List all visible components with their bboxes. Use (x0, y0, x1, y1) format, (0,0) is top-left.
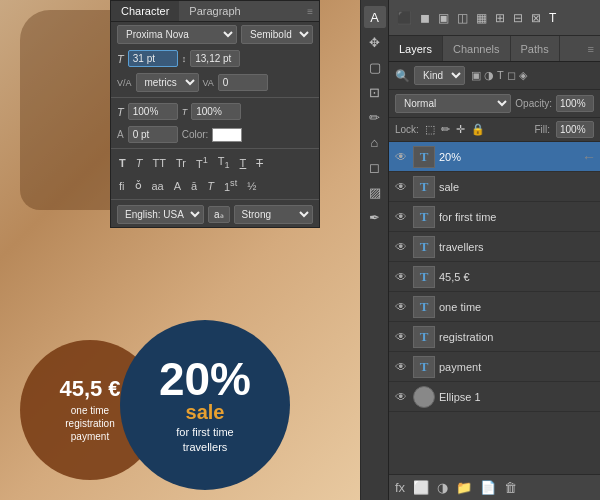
layer-item-ellipse[interactable]: 👁 Ellipse 1 (389, 382, 600, 412)
frac-btn[interactable]: aa (150, 179, 166, 193)
filter-text-icon[interactable]: T (497, 69, 504, 82)
roman-btn[interactable]: T (205, 179, 216, 193)
gradient-tool-btn[interactable]: ▨ (364, 181, 386, 203)
tracking-row: V/A metrics VA (111, 70, 319, 95)
blend-mode-select[interactable]: Normal (395, 94, 511, 113)
layer-item[interactable]: 👁 T for first time (389, 202, 600, 232)
tb-icon-4[interactable]: ◫ (455, 9, 470, 27)
type-tool-btn[interactable]: A (364, 6, 386, 28)
tab-channels[interactable]: Channels (443, 36, 510, 61)
panel-drag-handle: ≡ (307, 6, 319, 17)
lock-image-icon[interactable]: ✏ (441, 123, 450, 136)
filter-smart-icon[interactable]: ◈ (519, 69, 527, 82)
visibility-icon[interactable]: 👁 (393, 359, 409, 375)
tb-icon-3[interactable]: ▣ (436, 9, 451, 27)
visibility-icon[interactable]: 👁 (393, 149, 409, 165)
font-family-select[interactable]: Proxima Nova (117, 25, 237, 44)
fill-input[interactable] (556, 121, 594, 138)
group-layers-btn[interactable]: 📁 (456, 480, 472, 495)
color-swatch[interactable] (212, 128, 242, 142)
tb-icon-5[interactable]: ▦ (474, 9, 489, 27)
font-family-row: Proxima Nova Semibold (111, 22, 319, 47)
layer-thumbnail-ellipse (413, 386, 435, 408)
layer-item[interactable]: 👁 T travellers (389, 232, 600, 262)
move-tool-btn[interactable]: ✥ (364, 31, 386, 53)
leading-input[interactable] (190, 50, 240, 67)
language-select[interactable]: English: USA (117, 205, 204, 224)
layer-mask-btn[interactable]: ⬜ (413, 480, 429, 495)
tb-icon-7[interactable]: ⊟ (511, 9, 525, 27)
font-weight-select[interactable]: Semibold (241, 25, 313, 44)
layer-item[interactable]: 👁 T 20% ← (389, 142, 600, 172)
anti-alias-select[interactable]: Strong (234, 205, 313, 224)
eraser-tool-btn[interactable]: ◻ (364, 156, 386, 178)
layer-item[interactable]: 👁 T payment (389, 352, 600, 382)
visibility-icon[interactable]: 👁 (393, 269, 409, 285)
visibility-icon[interactable]: 👁 (393, 329, 409, 345)
tb-icon-2[interactable]: ◼ (418, 9, 432, 27)
small-caps-btn[interactable]: Tr (174, 156, 188, 170)
vertical-scale-input[interactable] (128, 103, 178, 120)
lock-all-icon[interactable]: 🔒 (471, 123, 485, 136)
frac2-btn[interactable]: ½ (245, 179, 258, 193)
bold-btn[interactable]: T (117, 156, 128, 170)
tab-paragraph[interactable]: Paragraph (179, 1, 250, 21)
tb-icon-9[interactable]: T (547, 9, 558, 27)
lock-transparent-icon[interactable]: ⬚ (425, 123, 435, 136)
selected-arrow-icon: ← (582, 149, 596, 165)
crop-tool-btn[interactable]: ⊡ (364, 81, 386, 103)
visibility-icon[interactable]: 👁 (393, 299, 409, 315)
layers-list: 👁 T 20% ← 👁 T sale 👁 T for first time 👁 … (389, 142, 600, 474)
sale-design: 45,5 € one time registration payment 20%… (0, 280, 360, 500)
underline-btn[interactable]: T (238, 156, 249, 170)
clone-tool-btn[interactable]: ⌂ (364, 131, 386, 153)
select-tool-btn[interactable]: ▢ (364, 56, 386, 78)
pen-tool-btn[interactable]: ✒ (364, 206, 386, 228)
aa-mode-btn[interactable]: aₐ (208, 206, 230, 223)
new-layer-btn[interactable]: 📄 (480, 480, 496, 495)
filter-pixel-icon[interactable]: ▣ (471, 69, 481, 82)
visibility-icon[interactable]: 👁 (393, 239, 409, 255)
visibility-icon[interactable]: 👁 (393, 209, 409, 225)
tab-paths[interactable]: Paths (511, 36, 560, 61)
kind-select[interactable]: Kind (414, 66, 465, 85)
italic-btn[interactable]: T (134, 156, 145, 170)
leading-icon: ↕ (182, 54, 187, 64)
tb-icon-1[interactable]: ⬛ (395, 9, 414, 27)
layer-item[interactable]: 👁 T 45,5 € (389, 262, 600, 292)
baseline-input[interactable] (128, 126, 178, 143)
delete-layer-btn[interactable]: 🗑 (504, 480, 517, 495)
filter-adj-icon[interactable]: ◑ (484, 69, 494, 82)
layer-name: 20% (439, 151, 578, 163)
layer-item[interactable]: 👁 T one time (389, 292, 600, 322)
kerning-input[interactable] (218, 74, 268, 91)
visibility-icon[interactable]: 👁 (393, 389, 409, 405)
ord-btn[interactable]: ǒ (133, 178, 144, 193)
superscript-btn[interactable]: T1 (194, 154, 210, 171)
liga2-btn[interactable]: A (172, 179, 183, 193)
tb-icon-8[interactable]: ⊠ (529, 9, 543, 27)
layer-item[interactable]: 👁 T sale (389, 172, 600, 202)
overline-btn[interactable]: ā (189, 179, 199, 193)
filter-shape-icon[interactable]: ◻ (507, 69, 516, 82)
layer-style-btn[interactable]: fx (395, 480, 405, 495)
liga-btn[interactable]: fi (117, 179, 127, 193)
horizontal-scale-input[interactable] (191, 103, 241, 120)
all-caps-btn[interactable]: TT (150, 156, 167, 170)
kerning-select[interactable]: metrics (136, 73, 199, 92)
tab-character[interactable]: Character (111, 1, 179, 21)
tool-strip: A ✥ ▢ ⊡ ✏ ⌂ ◻ ▨ ✒ (360, 0, 388, 500)
layers-panel-collapse[interactable]: ≡ (582, 43, 600, 55)
visibility-icon[interactable]: 👁 (393, 179, 409, 195)
brush-tool-btn[interactable]: ✏ (364, 106, 386, 128)
subscript-btn[interactable]: T1 (216, 154, 232, 171)
lock-position-icon[interactable]: ✛ (456, 123, 465, 136)
layer-item[interactable]: 👁 T registration (389, 322, 600, 352)
sup-btn[interactable]: 1st (222, 177, 239, 194)
opacity-input[interactable] (556, 95, 594, 112)
font-size-input[interactable] (128, 50, 178, 67)
tab-layers[interactable]: Layers (389, 36, 443, 61)
adjustment-layer-btn[interactable]: ◑ (437, 480, 448, 495)
tb-icon-6[interactable]: ⊞ (493, 9, 507, 27)
strikethrough-btn[interactable]: T (254, 156, 265, 170)
